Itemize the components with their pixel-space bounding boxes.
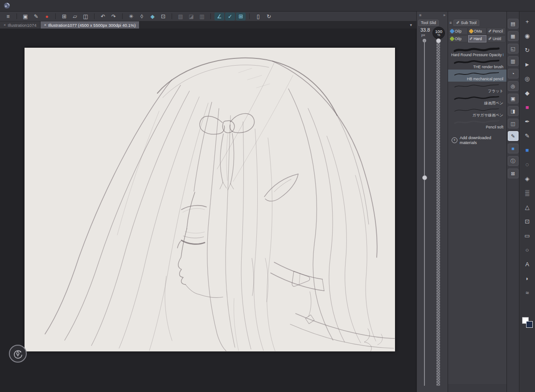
export-panel-icon[interactable]: ⊠ [508,169,519,178]
pencil-tool[interactable]: ✎ [521,129,534,142]
brush-list: Hard Round Pressure Opacity PS THE rende… [448,45,506,130]
brush-tool[interactable]: ■ [521,144,534,156]
main-menu-icon[interactable]: ≡ [3,12,13,21]
snap-ruler-icon[interactable]: ∠ [214,12,224,21]
snap-grid-icon[interactable]: ⊞ [236,12,246,21]
brush-size-unit: px [421,33,425,37]
timeline-panel-icon[interactable]: ▥ [508,56,519,66]
eraser-tool[interactable]: ◆ [521,87,534,99]
sub-tool-tab[interactable]: ✐ Sub Tool [453,20,479,26]
fill-tool[interactable]: ◈ [521,172,534,185]
snap-special-ruler-icon[interactable]: ✓ [225,12,235,21]
color-swatches[interactable] [522,317,533,328]
brush-icon: ✐ [456,21,460,25]
線画用ペン[interactable]: 線画用ペン [448,94,506,106]
pen-tool[interactable]: ✒ [521,115,534,128]
sub-tool-detail-panel-icon[interactable]: ✎ [508,131,519,141]
group-oilp-green[interactable]: ✐ Oilp [449,35,468,42]
fill-enclosed-icon[interactable]: ◆ [148,12,157,21]
opacity-slider-handle[interactable] [436,38,441,43]
text-tool[interactable]: A [521,258,534,270]
undo-icon[interactable]: ↶ [98,12,108,21]
close-tab-icon[interactable]: × [44,23,46,27]
HB mechanical pencil[interactable]: HB mechanical pencil [448,70,506,82]
toolbar-separator [210,13,211,19]
sub-tool-menu-icon[interactable]: ≡ [449,21,452,25]
companion-mode-icon[interactable]: ▯ [253,12,263,21]
layers-panel-icon[interactable]: ▤ [508,19,519,29]
correction-tool[interactable]: ≈ [521,286,534,299]
tool-slider-tab[interactable]: Tool Slid [418,20,439,26]
group-pencil[interactable]: ✐ Pencil [487,28,506,35]
opacity-slider[interactable] [436,40,440,386]
group-color-icon [449,29,454,33]
clear-icon[interactable]: ✳ [126,12,136,21]
deselect-icon[interactable]: ▧ [176,12,185,21]
tool-property-panel-icon[interactable]: ■ [508,144,519,153]
brush-stroke-preview [451,71,503,77]
save-icon[interactable]: ◫ [81,12,91,21]
panel-menu-icon[interactable]: ≡ [419,13,421,17]
group-oilp-blue[interactable]: ✐ Oilp [449,28,468,35]
window-icon[interactable]: ▣ [21,12,30,21]
new-icon[interactable]: ⊞ [59,12,69,21]
gradient-tool[interactable]: ▒ [521,186,534,199]
open-icon[interactable]: ▱ [70,12,80,21]
illustration-panel-icon[interactable]: ◨ [508,106,519,116]
ガサガサ線画ペン[interactable]: ガサガサ線画ペン [448,106,506,118]
Hard Round Pressure Opacity PS[interactable]: Hard Round Pressure Opacity PS [448,45,506,58]
Pencil soft[interactable]: Pencil soft [448,118,506,130]
pattern-panel-icon[interactable]: ◫ [508,119,519,128]
group-hard[interactable]: ✐ Hard [468,35,487,42]
app-logo-icon[interactable] [4,2,11,9]
information-panel-icon[interactable]: ⓘ [508,156,519,166]
clip-studio-icon[interactable]: ● [42,12,52,21]
scale-rotate-icon[interactable]: ⊡ [158,12,168,21]
edit-quick-icon[interactable]: ✎ [31,12,41,21]
tab-list-chevron-icon[interactable]: ▾ [410,23,416,27]
opacity-badge: 100 % [432,27,445,39]
selection-border-icon[interactable]: ▥ [197,12,207,21]
document-tab[interactable]: × Illustration1077 (4500 x 5500px 300dpi… [41,21,140,29]
close-tab-icon[interactable]: × [4,23,6,27]
lasso-tool[interactable]: ○ [521,243,534,256]
canvas[interactable] [25,48,395,351]
sub-tool-panel: ≡ ✐ Sub Tool ✐ Oilp ✐ OMa ✐ Pencil [448,12,506,392]
rotate-canvas-tool[interactable]: ↻ [521,44,534,56]
THE render brush[interactable]: THE render brush [448,58,506,70]
brush-size-value: 33.8 [420,27,430,33]
eyedropper-tool[interactable]: ◎ [521,72,534,85]
brush-size-panel-icon[interactable]: ◔ [508,69,519,78]
airbrush-tool[interactable]: ◌ [521,158,534,170]
balloon-tool[interactable]: ◗ [521,272,534,285]
brush-size-slider[interactable] [424,40,425,386]
フラット[interactable]: フラット [448,82,506,94]
document-tab[interactable]: × Illustration1074 [0,21,41,29]
toolbar-separator [16,13,17,19]
add-downloaded-materials[interactable]: + Add downloaded materials [448,135,506,145]
layer-property-panel-icon[interactable]: ▦ [508,31,519,41]
color-wheel-panel-icon[interactable]: ◎ [508,81,519,91]
decoration-tool[interactable]: ■ [521,101,534,113]
touch-gesture-icon[interactable]: ↻ [264,12,274,21]
fill-icon[interactable]: ◊ [137,12,147,21]
rotate-flip-canvas-button[interactable] [9,345,27,363]
pen-icon: ✐ [469,37,473,41]
navigator-panel-icon[interactable]: ◱ [508,44,519,54]
operation-tool[interactable]: ► [521,58,534,70]
group-color-icon [449,36,454,41]
zoom-tool[interactable]: ◉ [521,29,534,42]
material-panel-icon[interactable]: ▣ [508,94,519,103]
move-tool[interactable]: + [521,15,534,28]
selection-tool[interactable]: ▭ [521,229,534,242]
brush-size-slider-handle[interactable] [422,175,427,180]
group-untitled[interactable]: ✐ Untitl [487,35,506,42]
group-oma[interactable]: ✐ OMa [468,28,487,35]
figure-tool[interactable]: △ [521,201,534,213]
invert-selection-icon[interactable]: ◪ [186,12,196,21]
panel-collapse-icon[interactable]: » [443,13,445,17]
foreground-color-swatch[interactable] [526,321,533,328]
brush-stroke-preview [451,119,503,125]
redo-icon[interactable]: ↷ [109,12,119,21]
frame-border-tool[interactable]: ⊡ [521,215,534,227]
